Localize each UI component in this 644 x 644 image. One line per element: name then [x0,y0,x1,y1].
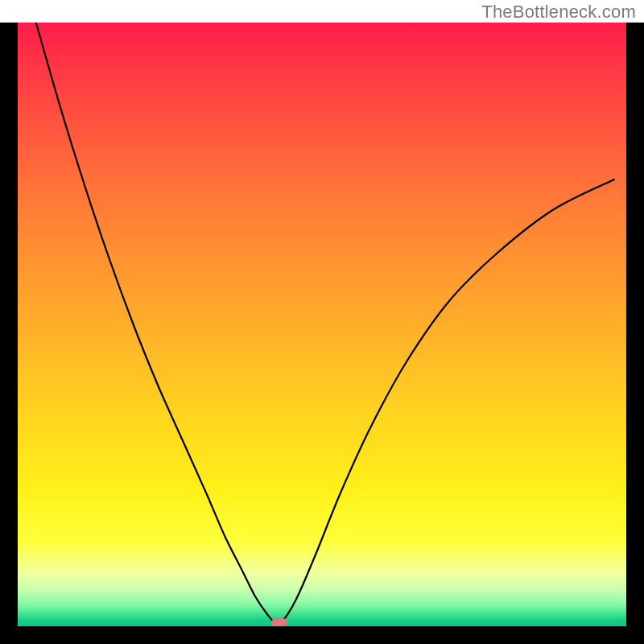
chart-container: TheBottleneck.com [0,0,644,644]
optimum-marker [271,618,287,626]
chart-frame [0,23,644,644]
watermark-text: TheBottleneck.com [481,2,636,23]
plot-area [18,23,626,626]
bottleneck-curve [18,23,626,626]
